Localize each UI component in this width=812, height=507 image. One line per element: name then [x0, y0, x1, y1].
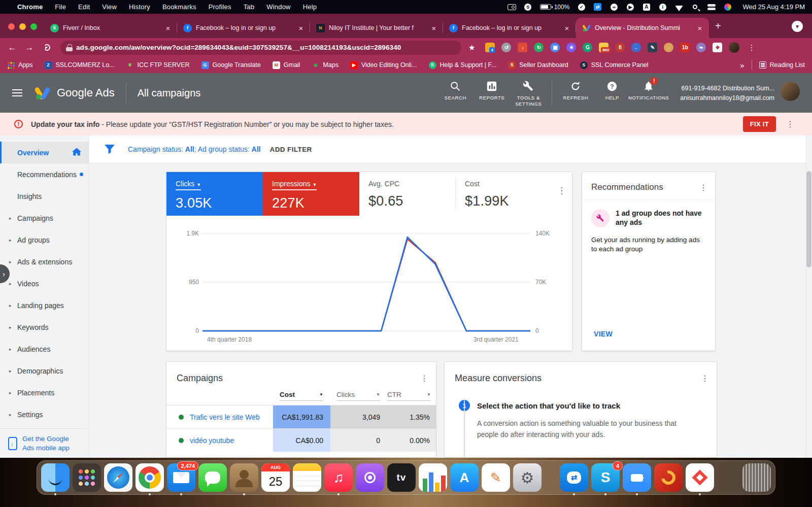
control-center-icon[interactable] [707, 4, 716, 11]
campaign-link[interactable]: vidéo youtube [190, 436, 234, 445]
cost-cell[interactable]: CA$0.00 [273, 429, 330, 452]
bookmark-star-icon[interactable]: ★ [468, 43, 475, 52]
sidebar-item-videos[interactable]: ▸Videos [0, 273, 88, 294]
numbers-dock-icon[interactable] [419, 463, 447, 492]
menu-window[interactable]: Window [266, 3, 290, 11]
chrome-dock-icon[interactable] [136, 463, 164, 492]
tab-close-icon[interactable]: × [297, 24, 305, 32]
get-mobile-app-link[interactable]: Get the GoogleAds mobile app [0, 428, 89, 458]
extension-back-arrow-icon[interactable]: ← [631, 43, 641, 52]
extension-adspy-icon[interactable]: 860 [599, 43, 608, 52]
fix-it-button[interactable]: FIX IT [743, 116, 776, 132]
podcasts-dock-icon[interactable] [356, 463, 384, 492]
new-tab-button[interactable]: + [715, 20, 721, 32]
recommendation-item[interactable]: 1 ad group does not have any ads [591, 209, 706, 227]
ctr-cell[interactable]: 1.35% [387, 405, 436, 428]
column-header-ctr[interactable]: CTR▼ [387, 391, 436, 401]
extension-1b-icon[interactable]: 1b [680, 43, 690, 52]
menu-profiles[interactable]: Profiles [209, 3, 231, 11]
help-button[interactable]: ? HELP [594, 79, 630, 101]
accessibility-icon[interactable]: i [658, 4, 667, 11]
notes-dock-icon[interactable] [293, 463, 321, 492]
clicks-cell[interactable]: 0 [330, 429, 387, 452]
menu-bookmarks[interactable]: Bookmarks [162, 3, 196, 11]
close-window-button[interactable] [8, 23, 15, 30]
sidebar-item-insights[interactable]: Insights [0, 185, 88, 207]
stat-impressions[interactable]: Impressions▼ 227K [263, 172, 359, 216]
tab-close-icon[interactable]: × [164, 24, 172, 32]
zoom-dock-icon[interactable] [623, 463, 651, 492]
clicks-cell[interactable]: 3,049 [330, 405, 387, 428]
tab-fiverr-inbox[interactable]: fi Fiverr / Inbox × [44, 18, 177, 38]
extension-downloader-icon[interactable]: ↓ [518, 43, 527, 52]
extension-fiverr-icon[interactable]: fi [615, 43, 625, 52]
status-check-icon[interactable]: ✓ [577, 4, 586, 11]
ctr-cell[interactable]: 0.00% [387, 429, 436, 452]
measure-menu-icon[interactable]: ⋮ [701, 374, 709, 383]
ssl-lock-icon[interactable] [67, 44, 72, 48]
add-filter-button[interactable]: ADD FILTER [269, 146, 312, 153]
extension-burst-icon[interactable]: ✳ [566, 43, 576, 52]
teamviewer-dock-icon[interactable]: ⇄ [560, 463, 588, 492]
view-recommendations-link[interactable]: VIEW [594, 330, 613, 338]
menu-tab[interactable]: Tab [244, 3, 255, 11]
trash-dock-icon[interactable] [742, 463, 771, 492]
messages-dock-icon[interactable] [198, 463, 227, 492]
tab-close-icon[interactable]: × [430, 24, 438, 32]
cost-cell[interactable]: CA$1,991.83 [273, 405, 330, 428]
system-preferences-dock-icon[interactable]: ⚙ [513, 463, 542, 492]
bookmarks-overflow-chevron[interactable]: » [740, 61, 744, 70]
shottr-icon[interactable]: S [524, 4, 532, 11]
sidebar-item-recommendations[interactable]: Recommendations [0, 163, 88, 185]
extension-history-icon[interactable]: ↺ [501, 43, 511, 52]
sidebar-item-ads-extensions[interactable]: ▸Ads & extensions [0, 251, 88, 273]
campaigns-menu-icon[interactable]: ⋮ [420, 374, 429, 383]
app-store-dock-icon[interactable]: A [450, 463, 479, 492]
stat-clicks[interactable]: Clicks▼ 3.05K [166, 172, 263, 216]
zoom-window-button[interactable] [30, 23, 37, 30]
bookmark-apps[interactable]: Apps [7, 61, 33, 69]
notifications-button[interactable]: ! NOTIFICATIONS [630, 79, 667, 101]
wifi-icon[interactable] [674, 4, 683, 11]
dropdown-icon[interactable]: ▼ [196, 182, 201, 187]
extension-feather-icon[interactable]: ❧ [696, 43, 706, 52]
menu-edit[interactable]: Edit [78, 3, 90, 11]
menu-view[interactable]: View [102, 3, 117, 11]
sidebar-item-campaigns[interactable]: ▸Campaigns [0, 207, 88, 229]
bookmark-video-editing[interactable]: ▶Video Editing Onli... [350, 61, 417, 69]
creative-cloud-icon[interactable]: ∞ [610, 4, 618, 11]
bookmark-gmail[interactable]: MGmail [273, 61, 300, 69]
account-info[interactable]: 691-919-4682 Distribution Sum... anisurr… [680, 84, 774, 103]
bookmark-icc-ftp[interactable]: ❦ICC FTP SERVER [126, 61, 190, 69]
teamviewer-menu-icon[interactable]: ⇄ [593, 4, 602, 11]
menu-file[interactable]: File [55, 3, 66, 11]
extensions-puzzle-icon[interactable]: ❖ [713, 43, 722, 52]
stat-avg-cpc[interactable]: Avg. CPC $0.65 [359, 172, 456, 216]
sidebar-item-overview[interactable]: Overview [0, 142, 88, 163]
address-bar[interactable]: ads.google.com/aw/overview?ocid=28963404… [60, 41, 461, 55]
extension-zoom-icon[interactable]: ▣ [550, 43, 560, 52]
tab-close-icon[interactable]: × [696, 24, 704, 32]
tab-facebook-2[interactable]: f Facebook – log in or sign up × [443, 18, 576, 38]
adobe-app-dock-icon[interactable] [654, 463, 683, 492]
finder-dock-icon[interactable] [41, 463, 70, 492]
column-header-clicks[interactable]: Clicks▼ [330, 391, 387, 401]
skype-dock-icon[interactable]: S4 [591, 463, 620, 492]
browser-menu-icon[interactable]: ⋮ [748, 43, 756, 52]
spotlight-icon[interactable] [691, 4, 699, 11]
sidebar-item-audiences[interactable]: ▸Audiences [0, 338, 88, 360]
extension-sync-icon[interactable]: ↻ [534, 43, 544, 52]
extension-colorpicker-icon[interactable]: ✎ [648, 43, 657, 52]
performance-card-menu-icon[interactable]: ⋮ [557, 185, 566, 196]
sidebar-item-demographics[interactable]: ▸Demographics [0, 360, 88, 382]
menu-chrome[interactable]: Chrome [17, 3, 43, 11]
menu-history[interactable]: History [129, 3, 150, 11]
screen-record-icon[interactable] [507, 4, 516, 11]
refresh-button[interactable]: REFRESH [557, 79, 594, 101]
tab-search-chevron-icon[interactable]: ▾ [792, 21, 803, 32]
calendar-dock-icon[interactable]: AUG25 [261, 463, 290, 492]
bookmark-sslcommerz[interactable]: ZSSLCOMMERZ Lo... [45, 61, 115, 69]
reading-list-button[interactable]: Reading List [759, 61, 805, 69]
sidebar-item-ad-groups[interactable]: ▸Ad groups [0, 229, 88, 251]
banner-menu-icon[interactable]: ⋮ [786, 119, 795, 129]
